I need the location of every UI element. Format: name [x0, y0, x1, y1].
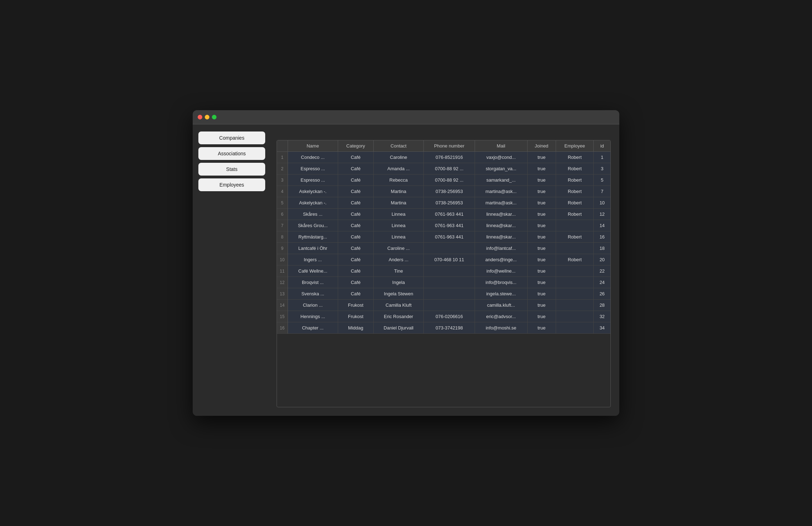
table-row[interactable]: 9Lantcafé i ÖhrCaféCaroline ...info@lant… [277, 243, 610, 254]
cell-id: 1 [594, 152, 610, 163]
table-row[interactable]: 7Skåres Grou...CaféLinnea0761-963 441lin… [277, 220, 610, 231]
cell-employee [556, 300, 593, 311]
cell-contact: Daniel Djurvall [373, 322, 424, 334]
table-row[interactable]: 6Skåres ...CaféLinnea0761-963 441linnea@… [277, 209, 610, 220]
row-number: 2 [277, 163, 288, 175]
table-header-row: NameCategoryContactPhone numberMailJoine… [277, 140, 610, 152]
cell-employee: Robert [556, 254, 593, 265]
row-number: 3 [277, 175, 288, 186]
sidebar-btn-stats[interactable]: Stats [198, 163, 265, 176]
cell-mail: linnea@skar... [475, 220, 527, 231]
table-row[interactable]: 11Café Wellne...CaféTineinfo@wellne...tr… [277, 265, 610, 277]
cell-contact: Amanda ... [373, 163, 424, 175]
cell-id: 22 [594, 265, 610, 277]
cell-joined: true [527, 231, 556, 243]
cell-name: Askelyckan -. [288, 186, 338, 197]
cell-mail: anders@inge... [475, 254, 527, 265]
minimize-button[interactable] [205, 115, 209, 119]
close-button[interactable] [198, 115, 202, 119]
table-row[interactable]: 8Ryttmästarg...CaféLinnea0761-963 441lin… [277, 231, 610, 243]
cell-name: Skåres Grou... [288, 220, 338, 231]
cell-joined: true [527, 209, 556, 220]
table-row[interactable]: 13Svenska ...CaféIngela Steweningela.ste… [277, 288, 610, 300]
cell-joined: true [527, 277, 556, 288]
cell-category: Café [338, 163, 374, 175]
cell-name: Lantcafé i Öhr [288, 243, 338, 254]
app-window: CompaniesAssociationsStatsEmployees Name… [193, 110, 619, 416]
cell-mail: linnea@skar... [475, 209, 527, 220]
data-table-container[interactable]: NameCategoryContactPhone numberMailJoine… [277, 140, 611, 407]
table-row[interactable]: 4Askelyckan -.CaféMartina0738-256953mart… [277, 186, 610, 197]
cell-joined: true [527, 265, 556, 277]
table-row[interactable]: 5Askelyckan -.CaféMartina0738-256953mart… [277, 197, 610, 209]
col-header-category: Category [338, 140, 374, 152]
cell-mail: info@moshi.se [475, 322, 527, 334]
cell-mail: ingela.stewe... [475, 288, 527, 300]
cell-category: Café [338, 277, 374, 288]
table-row[interactable]: 2Espresso ...CaféAmanda ...0700-88 92 ..… [277, 163, 610, 175]
row-number: 16 [277, 322, 288, 334]
cell-employee: Robert [556, 231, 593, 243]
cell-employee [556, 288, 593, 300]
cell-mail: linnea@skar... [475, 231, 527, 243]
cell-contact: Anders ... [373, 254, 424, 265]
table-row[interactable]: 10Ingers ...CaféAnders ...070-468 10 11a… [277, 254, 610, 265]
cell-phone [424, 277, 475, 288]
cell-id: 34 [594, 322, 610, 334]
cell-mail: info@lantcaf... [475, 243, 527, 254]
cell-id: 10 [594, 197, 610, 209]
cell-contact: Linnea [373, 220, 424, 231]
table-row[interactable]: 3Espresso ...CaféRebecca0700-88 92 ...sa… [277, 175, 610, 186]
cell-id: 3 [594, 163, 610, 175]
row-number: 9 [277, 243, 288, 254]
row-number: 6 [277, 209, 288, 220]
cell-phone: 073-3742198 [424, 322, 475, 334]
table-row[interactable]: 1Condeco ...CaféCaroline076-8521916vaxjo… [277, 152, 610, 163]
cell-contact: Martina [373, 186, 424, 197]
cell-contact: Ingela Stewen [373, 288, 424, 300]
cell-joined: true [527, 254, 556, 265]
sidebar-btn-employees[interactable]: Employees [198, 178, 265, 191]
cell-category: Café [338, 197, 374, 209]
cell-phone: 0738-256953 [424, 197, 475, 209]
row-number: 10 [277, 254, 288, 265]
sidebar-btn-associations[interactable]: Associations [198, 147, 265, 160]
row-number: 15 [277, 311, 288, 322]
maximize-button[interactable] [212, 115, 217, 119]
col-header-joined: Joined [527, 140, 556, 152]
cell-category: Café [338, 288, 374, 300]
table-row[interactable]: 15Hennings ...FrukostEric Rosander076-02… [277, 311, 610, 322]
cell-contact: Camilla Kluft [373, 300, 424, 311]
col-header-mail: Mail [475, 140, 527, 152]
cell-contact: Caroline ... [373, 243, 424, 254]
cell-joined: true [527, 163, 556, 175]
sidebar-btn-companies[interactable]: Companies [198, 132, 265, 144]
traffic-lights [198, 115, 217, 119]
cell-joined: true [527, 243, 556, 254]
cell-phone: 070-468 10 11 [424, 254, 475, 265]
table-row[interactable]: 14Clarion ...FrukostCamilla Kluftcamilla… [277, 300, 610, 311]
sidebar: CompaniesAssociationsStatsEmployees [193, 124, 271, 416]
cell-employee [556, 277, 593, 288]
row-number: 8 [277, 231, 288, 243]
cell-contact: Ingela [373, 277, 424, 288]
cell-joined: true [527, 152, 556, 163]
cell-name: Skåres ... [288, 209, 338, 220]
table-row[interactable]: 16Chapter ...MiddagDaniel Djurvall073-37… [277, 322, 610, 334]
cell-mail: camilla.kluft... [475, 300, 527, 311]
cell-name: Hennings ... [288, 311, 338, 322]
cell-name: Ryttmästarg... [288, 231, 338, 243]
cell-name: Condeco ... [288, 152, 338, 163]
cell-id: 14 [594, 220, 610, 231]
cell-joined: true [527, 220, 556, 231]
content-area: CompaniesAssociationsStatsEmployees Name… [193, 124, 619, 416]
col-header-contact: Contact [373, 140, 424, 152]
cell-phone: 076-0206616 [424, 311, 475, 322]
cell-category: Frukost [338, 311, 374, 322]
cell-phone: 0738-256953 [424, 186, 475, 197]
cell-contact: Martina [373, 197, 424, 209]
cell-employee [556, 311, 593, 322]
col-header-phone-number: Phone number [424, 140, 475, 152]
table-row[interactable]: 12Broqvist ...CaféIngelainfo@broqvis...t… [277, 277, 610, 288]
cell-phone [424, 265, 475, 277]
